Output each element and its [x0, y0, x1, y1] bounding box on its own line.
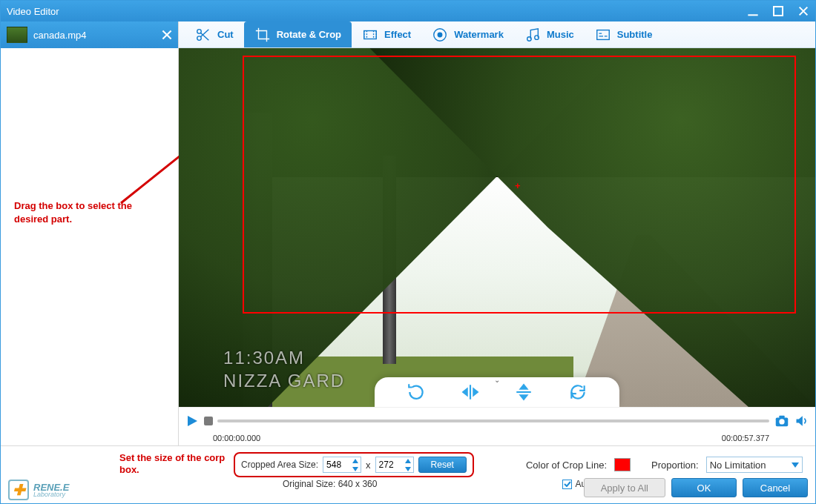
- scissors-icon: [195, 27, 211, 43]
- time-total: 00:00:57.377: [722, 434, 769, 442]
- minimize-button[interactable]: [747, 5, 759, 17]
- tab-music[interactable]: Music: [514, 21, 585, 47]
- svg-rect-0: [774, 7, 783, 16]
- rotate-tools-panel: ⌄: [375, 377, 619, 407]
- file-tab[interactable]: canada.mp4: [1, 21, 178, 48]
- subtitle-icon: [595, 27, 611, 43]
- proportion-label: Proportion:: [651, 460, 699, 471]
- music-icon: [524, 27, 541, 43]
- original-size-label: Original Size: 640 x 360: [283, 479, 377, 489]
- size-annotation: Set the size of the corp box.: [119, 452, 231, 477]
- volume-button[interactable]: [794, 414, 809, 428]
- svg-point-11: [779, 419, 784, 424]
- tab-rotate-crop[interactable]: Rotate & Crop: [244, 21, 352, 47]
- flip-vertical-button[interactable]: [514, 382, 533, 402]
- rotate-cw-button[interactable]: [407, 382, 426, 402]
- tab-strip: Cut Rotate & Crop Effect Watermark Music…: [179, 21, 815, 48]
- spin-up-icon[interactable]: [403, 457, 413, 465]
- window-title: Video Editor: [7, 6, 747, 17]
- spin-down-icon[interactable]: [403, 465, 413, 473]
- crop-center-icon[interactable]: +: [515, 180, 524, 189]
- title-bar: Video Editor: [1, 1, 815, 21]
- tab-effect[interactable]: Effect: [352, 21, 421, 47]
- proportion-select[interactable]: No Limitation: [706, 457, 803, 473]
- spin-up-icon[interactable]: [350, 457, 361, 465]
- timeline-handle[interactable]: [204, 417, 213, 425]
- crop-icon: [254, 27, 271, 43]
- drag-annotation: Drag the box to select the desired part.: [1, 199, 178, 225]
- svg-rect-4: [364, 30, 377, 39]
- time-current: 00:00:00.000: [213, 434, 260, 442]
- tab-cut[interactable]: Cut: [185, 21, 244, 47]
- svg-rect-9: [597, 30, 610, 39]
- crop-height-input[interactable]: [375, 457, 414, 473]
- timeline-bar: [179, 407, 815, 434]
- crop-size-group: Cropped Area Size: x Reset: [234, 452, 474, 477]
- crop-color-label: Color of Crop Line:: [526, 460, 607, 471]
- footer-panel: Set the size of the corp box. Cropped Ar…: [1, 445, 815, 503]
- ok-button[interactable]: OK: [671, 478, 737, 497]
- reset-button[interactable]: Reset: [418, 457, 467, 473]
- sidebar: canada.mp4 Drag the box to select the de…: [1, 21, 179, 445]
- chevron-down-icon: [792, 460, 799, 471]
- maximize-button[interactable]: [772, 5, 784, 17]
- crop-width-input[interactable]: [323, 457, 361, 473]
- refresh-button[interactable]: [568, 382, 588, 402]
- file-name: canada.mp4: [33, 30, 156, 41]
- close-file-icon[interactable]: [162, 30, 172, 40]
- video-overlay-text: 11:30AM NIZZA GARD: [223, 346, 345, 392]
- tab-subtitle[interactable]: Subtitle: [585, 21, 663, 47]
- timeline-track[interactable]: [217, 420, 769, 422]
- close-button[interactable]: [797, 5, 809, 17]
- crop-size-label: Cropped Area Size:: [241, 460, 318, 470]
- svg-point-6: [438, 33, 442, 37]
- snapshot-button[interactable]: [774, 413, 790, 429]
- svg-rect-12: [779, 415, 784, 418]
- brand-logo: ✚ RENE.E Laboratory: [8, 480, 69, 500]
- plus-icon: ✚: [8, 480, 29, 500]
- effect-icon: [362, 27, 378, 43]
- action-buttons: Apply to All OK Cancel: [584, 478, 808, 497]
- content-area: Cut Rotate & Crop Effect Watermark Music…: [179, 21, 815, 445]
- checkbox-checked-icon: [562, 480, 572, 489]
- crop-sep: x: [366, 460, 371, 471]
- file-thumbnail: [7, 27, 27, 43]
- flip-horizontal-button[interactable]: [461, 382, 480, 402]
- chevron-down-icon[interactable]: ⌄: [494, 376, 500, 384]
- watermark-icon: [432, 27, 448, 43]
- video-canvas[interactable]: 11:30AM NIZZA GARD + ⌄: [179, 48, 815, 407]
- crop-box[interactable]: +: [243, 56, 796, 314]
- crop-color-swatch[interactable]: [614, 458, 631, 471]
- apply-all-button[interactable]: Apply to All: [584, 478, 665, 497]
- preview-area: 11:30AM NIZZA GARD + ⌄: [179, 48, 815, 445]
- tab-watermark[interactable]: Watermark: [421, 21, 514, 47]
- spin-down-icon[interactable]: [350, 465, 361, 473]
- cancel-button[interactable]: Cancel: [743, 478, 808, 497]
- play-button[interactable]: [185, 414, 200, 428]
